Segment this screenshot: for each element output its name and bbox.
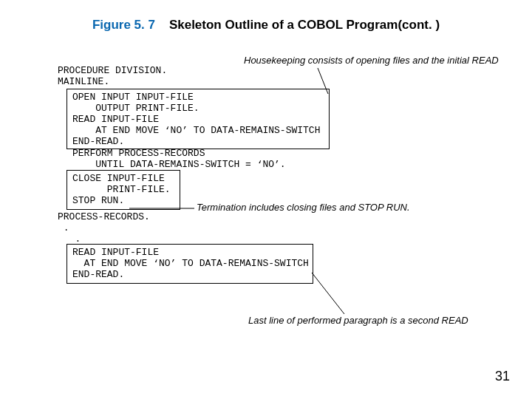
code-procedure-division: PROCEDURE DIVISION. [58, 65, 167, 76]
code-print-file: PRINT-FILE. [72, 184, 171, 195]
figure-number: Figure 5. 7 [92, 18, 155, 32]
code-output-print: OUTPUT PRINT-FILE. [72, 103, 200, 114]
code-end-read-2: END-READ. [72, 269, 124, 280]
annotation-housekeeping: Housekeeping consists of opening files a… [244, 55, 499, 66]
annotation-termination: Termination includes closing files and S… [197, 202, 410, 213]
code-until: UNTIL DATA-REMAINS-SWITCH = ‘NO’. [72, 159, 286, 170]
code-open-input: OPEN INPUT INPUT-FILE [72, 92, 194, 103]
figure-title: Figure 5. 7 Skeleton Outline of a COBOL … [0, 18, 532, 33]
figure-text: Skeleton Outline of a COBOL Program(cont… [169, 18, 440, 32]
code-close-input: CLOSE INPUT-FILE [72, 173, 165, 184]
code-at-end-move-2: AT END MOVE ‘NO’ TO DATA-REMAINS-SWITCH [72, 258, 309, 269]
code-dot-1: . [58, 222, 69, 233]
code-stop-run: STOP RUN. [72, 195, 124, 206]
code-dot-2: . [58, 233, 81, 245]
code-read-input-2: READ INPUT-FILE [72, 247, 159, 258]
code-mainline: MAINLINE. [58, 76, 109, 87]
code-end-read-1: END-READ. [72, 136, 124, 147]
code-process-records: PROCESS-RECORDS. [58, 211, 150, 222]
code-at-end-move: AT END MOVE ‘NO’ TO DATA-REMAINS-SWITCH [72, 125, 320, 136]
code-perform: PERFORM PROCESS-RECORDS [72, 148, 205, 159]
svg-line-2 [312, 273, 344, 314]
page-number: 31 [495, 369, 510, 384]
annotation-lastline: Last line of performed paragraph is a se… [248, 315, 468, 326]
code-read-input: READ INPUT-FILE [72, 114, 159, 125]
